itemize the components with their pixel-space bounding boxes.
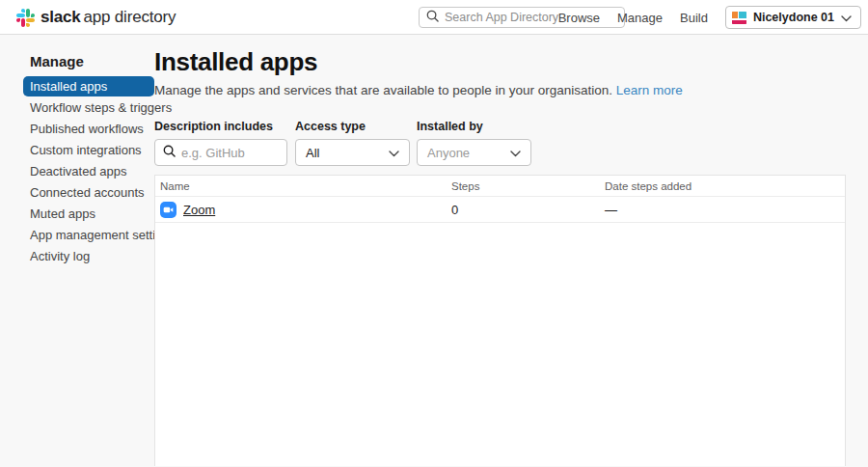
sidebar-item-published-workflows[interactable]: Published workflows bbox=[23, 119, 154, 139]
app-name-cell: Zoom bbox=[160, 202, 451, 218]
sidebar-item-workflow-steps-triggers[interactable]: Workflow steps & triggers bbox=[23, 97, 154, 118]
page-subtitle: Manage the apps and services that are av… bbox=[154, 83, 846, 97]
filter-installed-by-label: Installed by bbox=[417, 120, 531, 133]
installed-by-value: Anyone bbox=[427, 146, 470, 160]
description-filter-field[interactable] bbox=[154, 139, 287, 166]
search-icon bbox=[163, 144, 176, 161]
steps-cell: 0 bbox=[451, 203, 605, 217]
page-title: Installed apps bbox=[154, 47, 846, 77]
table-row: Zoom 0 — bbox=[155, 197, 845, 223]
subtitle-text: Manage the apps and services that are av… bbox=[154, 83, 612, 97]
filter-access-type-label: Access type bbox=[295, 120, 410, 133]
chevron-down-icon bbox=[389, 146, 399, 160]
sidebar-item-muted-apps[interactable]: Muted apps bbox=[23, 204, 154, 224]
learn-more-link[interactable]: Learn more bbox=[616, 83, 683, 97]
table-header-row: Name Steps Date steps added bbox=[155, 176, 845, 197]
page-body: Manage Installed apps Workflow steps & t… bbox=[0, 35, 868, 466]
nav-browse[interactable]: Browse bbox=[558, 11, 600, 25]
access-type-select[interactable]: All bbox=[295, 139, 410, 166]
workspace-switcher[interactable]: Nicelydone 01 bbox=[725, 6, 861, 29]
access-type-value: All bbox=[306, 146, 319, 160]
installed-apps-table: Name Steps Date steps added Zoom 0 — bbox=[154, 175, 846, 466]
top-header: slackapp directory Browse Manage Build N… bbox=[0, 0, 868, 35]
slack-logo-icon bbox=[16, 9, 35, 27]
sidebar-heading: Manage bbox=[23, 53, 154, 69]
workspace-name: Nicelydone 01 bbox=[753, 11, 834, 24]
logo-wordmark: slackapp directory bbox=[41, 8, 176, 27]
description-filter-input[interactable] bbox=[181, 146, 279, 160]
installed-by-select[interactable]: Anyone bbox=[417, 139, 531, 166]
installed-apps-main: Installed apps Manage the apps and servi… bbox=[154, 35, 846, 466]
column-header-name: Name bbox=[160, 180, 451, 192]
header-nav: Browse Manage Build Nicelydone 01 bbox=[558, 0, 861, 35]
filter-access-type: Access type All bbox=[295, 120, 410, 166]
sidebar-item-activity-log[interactable]: Activity log bbox=[23, 246, 154, 266]
sidebar-item-custom-integrations[interactable]: Custom integrations bbox=[23, 140, 154, 160]
sidebar-item-app-management-settings[interactable]: App management settings bbox=[23, 225, 154, 245]
chevron-down-icon bbox=[841, 11, 852, 25]
filter-description: Description includes bbox=[154, 120, 287, 166]
slack-app-directory-logo[interactable]: slackapp directory bbox=[16, 0, 176, 35]
date-steps-added-cell: — bbox=[605, 203, 845, 217]
manage-sidebar: Manage Installed apps Workflow steps & t… bbox=[0, 35, 154, 466]
sidebar-item-installed-apps[interactable]: Installed apps bbox=[23, 76, 154, 96]
nav-build[interactable]: Build bbox=[680, 11, 708, 25]
column-header-steps: Steps bbox=[451, 180, 605, 192]
column-header-date-steps-added: Date steps added bbox=[605, 180, 845, 192]
filter-installed-by: Installed by Anyone bbox=[417, 120, 531, 166]
sidebar-nav: Installed apps Workflow steps & triggers… bbox=[23, 76, 154, 266]
filter-description-label: Description includes bbox=[154, 120, 287, 133]
workspace-avatar bbox=[732, 11, 746, 25]
filters-row: Description includes Access type All bbox=[154, 120, 846, 166]
nav-manage[interactable]: Manage bbox=[617, 11, 663, 25]
zoom-app-icon bbox=[160, 202, 176, 218]
app-link-zoom[interactable]: Zoom bbox=[183, 203, 215, 217]
chevron-down-icon bbox=[510, 146, 521, 160]
sidebar-item-connected-accounts[interactable]: Connected accounts bbox=[23, 182, 154, 203]
search-icon bbox=[426, 9, 439, 26]
sidebar-item-deactivated-apps[interactable]: Deactivated apps bbox=[23, 161, 154, 181]
